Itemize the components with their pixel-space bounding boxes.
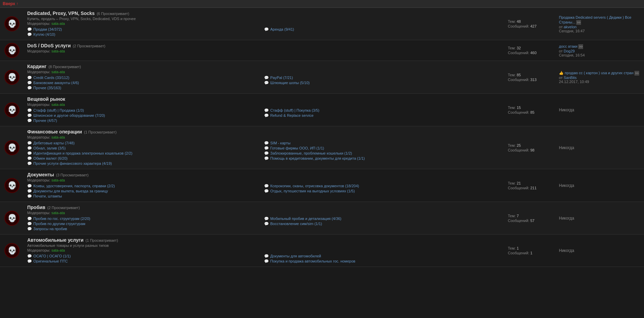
subforum-col-right: 💬PayPal (7/21)💬Шлюящие шопы (5/10): [264, 75, 501, 91]
back-to-top-link[interactable]: Вверх ↑: [3, 1, 18, 6]
topics-label: Тем:: [508, 73, 517, 77]
moderator-link[interactable]: sata-ata: [51, 21, 65, 26]
never-label: Никогда: [559, 145, 641, 150]
last-post-by: от akvelon: [559, 25, 641, 29]
chat-icon: 💬: [27, 156, 32, 161]
subforums-list: 💬Продам (34/372)💬Куплю (4/10)💬Аренда (9/…: [27, 27, 501, 37]
forum-icon-col: 💀: [0, 94, 24, 126]
top-bar: Вверх ↑: [0, 0, 644, 8]
subforum-link[interactable]: 💬Документы для автомобилей: [264, 254, 501, 259]
forum-title-link[interactable]: Dedicated, Proxy, VPN, Socks: [27, 11, 95, 16]
forum-row: 💀 Dedicated, Proxy, VPN, Socks(6 Просмат…: [0, 8, 644, 40]
subforum-link[interactable]: 💬Мобильный пробив и детализация (4/36): [264, 216, 501, 221]
subforum-link[interactable]: 💬Прочие услуги финансового характера (4/…: [27, 161, 264, 166]
posts-label: Сообщений:: [508, 148, 530, 152]
last-post-nav-arrow[interactable]: >>: [634, 71, 639, 76]
forum-title-link[interactable]: Финансовые операции: [27, 129, 82, 134]
subforums-list: 💬Пробив по гос. структурам (2/20)💬Пробив…: [27, 216, 501, 232]
subforum-link[interactable]: 💬ОСАГО | ОСАГО (1/1): [27, 254, 264, 259]
subforum-link[interactable]: 💬Печати, штампы: [27, 194, 264, 199]
chat-icon: 💬: [264, 184, 269, 188]
subforum-link[interactable]: 💬Шлюящие шопы (5/10): [264, 80, 501, 85]
subforum-link[interactable]: 💬Идентификация и продажа электронных кош…: [27, 151, 264, 156]
posts-value: 1: [530, 251, 532, 255]
chat-icon: 💬: [27, 222, 32, 226]
topics-stat: Тем: 21: [508, 181, 552, 186]
last-post-title-link[interactable]: 👍 продаю сс ( картон ) usa и других стра…: [559, 71, 633, 75]
topics-label: Тем:: [508, 181, 517, 185]
last-post-user-link[interactable]: Dog29: [564, 49, 575, 53]
subforum-link[interactable]: 💬Дебетовые карты (7/48): [27, 141, 264, 146]
forum-moderators: Модераторы: sata-ata: [27, 70, 501, 74]
subforum-link[interactable]: 💬SIM - карты: [264, 141, 501, 146]
moderator-link[interactable]: sata-ata: [51, 178, 65, 182]
skull-icon: 💀: [4, 43, 19, 58]
posts-value: 98: [530, 148, 534, 152]
subforum-link[interactable]: 💬Пробив по другим структурам: [27, 221, 264, 226]
viewing-count: (2 Просматривает): [73, 44, 106, 48]
last-post-title-link[interactable]: Продажа Dedicated servers ( Дедики ) Все…: [559, 15, 631, 24]
subforum-link[interactable]: 💬Пробив по гос. структурам (2/20): [27, 216, 264, 221]
forum-title-link[interactable]: Вещевой рынок: [27, 96, 65, 102]
subforum-link[interactable]: 💬Покупка и продажа автомобильных гос. но…: [264, 259, 501, 264]
forum-title-link[interactable]: Пробив: [27, 205, 45, 210]
last-post-title-link[interactable]: досс атаки: [559, 44, 577, 48]
moderator-link[interactable]: sata-ata: [51, 135, 65, 139]
last-post-title-line: 👍 продаю сс ( картон ) usa и других стра…: [559, 70, 641, 76]
subforum-link[interactable]: 💬Готовые фирмы ООО, ИП (1/1): [264, 146, 501, 151]
moderator-link[interactable]: sata-ata: [51, 102, 65, 107]
subforum-link[interactable]: 💬Помощь в кредитовании, документы для кр…: [264, 156, 501, 161]
subforum-link[interactable]: 💬Заблокированные, проблемные кошельки (1…: [264, 151, 501, 156]
forum-description: Купить, продать – Proxy, VPN, Socks, Ded…: [27, 17, 501, 21]
subforum-link[interactable]: 💬Шпионское и другое оборудование (7/20): [27, 113, 264, 118]
forum-row: 💀 Вещевой рынокМодераторы: sata-ata💬Стаф…: [0, 94, 644, 126]
chat-icon: 💬: [27, 146, 32, 150]
topics-stat: Тем: 7: [508, 213, 552, 218]
forum-info-col: DoS / DDoS услуги(2 Просматривает)Модера…: [24, 40, 504, 61]
subforum-link[interactable]: 💬Стафф (stuff) | Продажа (1/3): [27, 108, 264, 113]
moderator-link[interactable]: sata-ata: [51, 211, 65, 215]
subforum-link[interactable]: 💬Ксивы, удостоверения, паспорта, справки…: [27, 184, 264, 189]
subforum-link[interactable]: 💬Продам (34/372): [27, 27, 264, 32]
moderator-link[interactable]: sata-ata: [51, 248, 65, 252]
subforum-link[interactable]: 💬Куплю (4/10): [27, 32, 264, 37]
subforum-link[interactable]: 💬PayPal (7/21): [264, 75, 501, 80]
subforum-link[interactable]: 💬Обнал, залив (3/5): [27, 146, 264, 151]
topics-label: Тем:: [508, 214, 517, 218]
subforum-link[interactable]: 💬Стафф (stuff) | Покупка (3/5): [264, 108, 501, 113]
forum-list: 💀 Dedicated, Proxy, VPN, Socks(6 Просмат…: [0, 8, 644, 267]
forum-title-link[interactable]: Документы: [27, 172, 54, 177]
forum-title-line: Вещевой рынок: [27, 96, 501, 102]
subforum-col-left: 💬Продам (34/372)💬Куплю (4/10): [27, 27, 264, 37]
subforum-link[interactable]: 💬Восстановление сим/sim (1/1): [264, 221, 501, 226]
subforum-link[interactable]: 💬Банковские аккаунты (4/6): [27, 80, 264, 85]
subforum-link[interactable]: 💬Ксерокопии, сканы, отрисовка документов…: [264, 184, 501, 189]
last-post-user-link[interactable]: akvelon: [564, 25, 577, 29]
subforum-link[interactable]: 💬Отдых, путешествия на выгодных условиях…: [264, 189, 501, 194]
subforum-link[interactable]: 💬Refund & Replace service: [264, 113, 501, 118]
subforum-link[interactable]: 💬Оригинальные ПТС: [27, 259, 264, 264]
last-post-nav-arrow[interactable]: >>: [576, 20, 581, 25]
subforum-col-left: 💬Ксивы, удостоверения, паспорта, справки…: [27, 184, 264, 199]
subforum-link[interactable]: 💬Запросы на пробив: [27, 226, 264, 232]
subforum-link[interactable]: 💬Аренда (9/41): [264, 27, 501, 32]
subforum-link[interactable]: 💬Обмен валют (6/20): [27, 156, 264, 161]
forum-title-link[interactable]: Автомобильные услуги: [27, 237, 83, 243]
posts-value: 313: [530, 78, 536, 82]
forum-title-link[interactable]: DoS / DDoS услуги: [27, 43, 71, 48]
moderator-link[interactable]: sata-ata: [51, 49, 65, 53]
topics-value: 85: [517, 73, 521, 77]
forum-stats-col: Тем: 32 Сообщений: 460: [504, 40, 556, 61]
subforum-link[interactable]: 💬Credit Cards (33/112): [27, 75, 264, 80]
subforum-link[interactable]: 💬Прочее (4/57): [27, 118, 264, 123]
moderator-link[interactable]: sata-ata: [51, 70, 65, 74]
last-post-user-link[interactable]: SanBits: [564, 76, 577, 80]
forum-title-link[interactable]: Кардинг: [27, 64, 47, 69]
subforum-link[interactable]: 💬Прочее (35/163): [27, 85, 264, 91]
posts-label: Сообщений:: [508, 78, 530, 82]
subforum-link[interactable]: 💬Документы для вылета, выезда за границу: [27, 189, 264, 194]
posts-stat: Сообщений: 85: [508, 110, 552, 115]
last-post-nav-arrow[interactable]: >>: [578, 44, 583, 49]
skull-icon: 💀: [4, 243, 19, 258]
subforum-col-right: 💬SIM - карты💬Готовые фирмы ООО, ИП (1/1)…: [264, 141, 501, 166]
